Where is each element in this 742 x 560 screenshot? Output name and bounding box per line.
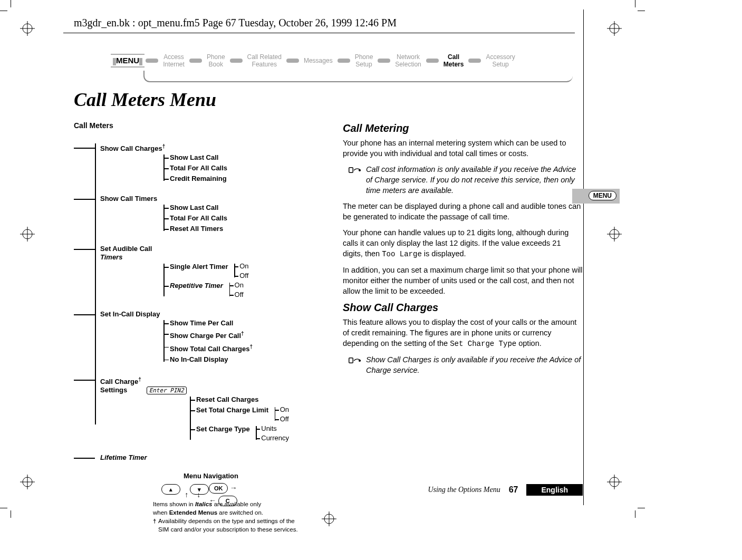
tree-item: Total For All Calls — [163, 163, 348, 173]
nav-item-access-internet: AccessInternet — [159, 53, 188, 68]
ribbon-pill-icon — [468, 59, 481, 63]
ok-key: OK — [209, 483, 228, 494]
svg-point-23 — [359, 169, 361, 171]
branch-show-call-charges: Show Call Charges† Show Last Call Total … — [95, 143, 348, 184]
dagger-icon: † — [162, 143, 166, 149]
registration-mark-icon — [20, 21, 33, 34]
crop-mark — [635, 0, 635, 7]
down-key: ▾ — [190, 484, 209, 495]
nav-item-phone-setup: PhoneSetup — [351, 53, 377, 68]
arrow-up-icon: ↑ — [185, 490, 188, 499]
tree-item: No In-Call Display — [163, 354, 348, 365]
registration-mark-icon — [607, 227, 620, 239]
leaf-currency: Currency — [256, 433, 289, 443]
tree-item: Set Total Charge Limit On Off — [190, 405, 348, 424]
branch-label: Settings — [100, 386, 127, 394]
leaf-on: On — [234, 262, 248, 271]
tree-item: Show Charge Per Call† — [163, 329, 348, 341]
tree-item: Total For All Calls — [163, 213, 348, 224]
nav-item-accessory-setup: AccessorySetup — [482, 53, 518, 68]
footer-section: Using the Options Menu — [428, 486, 500, 494]
page-footer: Using the Options Menu 67 English — [340, 484, 583, 496]
paragraph: Your phone can handle values up to 21 di… — [343, 227, 583, 259]
nav-item-messages: Messages — [300, 57, 336, 64]
leaf-on: On — [229, 281, 244, 290]
registration-mark-icon — [607, 475, 620, 487]
body-column: Call Metering Your phone has an internal… — [343, 122, 583, 381]
crop-mark — [11, 510, 11, 518]
branch-label: Set In-Call Display — [100, 310, 160, 318]
svg-rect-25 — [350, 359, 353, 363]
registration-mark-icon — [20, 475, 33, 487]
note-hand-icon — [348, 354, 362, 375]
branch-label: Set Audible Call — [100, 245, 152, 253]
nav-item-call-related: Call RelatedFeatures — [244, 53, 285, 68]
branch-audible-timers: Set Audible Call Timers Single Alert Tim… — [95, 245, 348, 300]
heading-show-call-charges: Show Call Charges — [343, 302, 583, 314]
nav-item-phone-book: PhoneBook — [203, 53, 229, 68]
enter-pin2-box: Enter PIN2 — [147, 387, 187, 394]
ribbon-connector — [143, 71, 573, 82]
ribbon-pill-icon — [146, 59, 158, 63]
note-text: Call cost information is only available … — [366, 164, 583, 196]
branch-label: Show Call Charges — [100, 144, 162, 152]
mono-text: Too Large — [382, 250, 422, 258]
paragraph: In addition, you can set a maximum charg… — [343, 265, 583, 296]
nav-item-call-meters: CallMeters — [440, 53, 468, 68]
leaf-units: Units — [256, 424, 289, 433]
note-block: Show Call Charges is only available if y… — [348, 354, 583, 375]
ribbon-pill-icon — [338, 59, 350, 63]
branch-label: Timers — [100, 253, 122, 261]
branch-charge-settings: Call Charge† Settings Enter PIN2 Reset C… — [95, 375, 348, 443]
tree-item: Reset All Timers — [163, 224, 348, 234]
page: m3gdr_en.bk : opt_menu.fm5 Page 67 Tuesd… — [0, 0, 742, 560]
ribbon-pill-icon — [230, 59, 243, 63]
dagger-icon: † — [249, 344, 253, 350]
tree-item: Repetitive Timer On Off — [163, 281, 348, 300]
leaf-off: Off — [275, 414, 289, 424]
menu-ribbon: MENU AccessInternet PhoneBook Call Relat… — [111, 50, 570, 82]
branch-label: Lifetime Timer — [100, 453, 147, 461]
dagger-icon: † — [241, 331, 244, 336]
crop-mark — [0, 11, 7, 11]
tree-item: Credit Remaining — [163, 173, 348, 184]
dagger-icon: † — [138, 376, 141, 382]
tree-item: Show Last Call — [163, 152, 348, 163]
branch-lifetime-timer: Lifetime Timer — [95, 453, 348, 461]
dagger-icon: † — [153, 517, 158, 525]
registration-mark-icon — [20, 227, 33, 239]
mono-text: Set Charge Type — [450, 340, 516, 348]
svg-point-26 — [359, 360, 361, 362]
page-title: Call Meters Menu — [74, 89, 216, 111]
branch-in-call-display: Set In-Call Display Show Time Per Call S… — [95, 310, 348, 365]
ribbon-pill-icon — [426, 59, 439, 63]
page-number: 67 — [509, 485, 518, 495]
paragraph: This feature allows you to display the c… — [343, 317, 583, 349]
call-meters-tree: Call Meters Show Call Charges† Show Last… — [74, 121, 348, 453]
crop-mark — [635, 510, 635, 518]
tree-item: Single Alert Timer On Off — [163, 262, 348, 281]
paragraph: The meter can be displayed during a phon… — [343, 201, 583, 222]
head-rule — [63, 33, 575, 33]
running-head: m3gdr_en.bk : opt_menu.fm5 Page 67 Tuesd… — [74, 17, 397, 29]
leaf-off: Off — [234, 271, 248, 281]
crop-mark — [11, 0, 11, 7]
paragraph: Your phone has an internal metering syst… — [343, 138, 583, 159]
gutter-rule — [583, 9, 584, 505]
tree-item: Show Total Call Charges† — [163, 342, 348, 354]
branch-label: Call Charge — [100, 378, 138, 385]
note-text: Show Call Charges is only available if y… — [366, 354, 583, 375]
crop-mark — [638, 508, 645, 508]
menu-tab-label: MENU — [589, 191, 616, 200]
tree-root: Call Meters — [74, 121, 348, 130]
tree-item: Set Charge Type Units Currency — [190, 424, 348, 443]
up-key: ▴ — [161, 484, 180, 495]
ribbon-pill-icon — [378, 59, 390, 63]
crop-mark — [638, 11, 645, 11]
fine-print: Items shown in Italics are available onl… — [74, 500, 348, 534]
note-hand-icon — [348, 164, 362, 196]
tree-item: Show Last Call — [163, 202, 348, 213]
tree-item: Show Time Per Call — [163, 318, 348, 329]
menu-chip: MENU — [111, 54, 144, 67]
nav-item-network-selection: NetworkSelection — [391, 53, 425, 68]
